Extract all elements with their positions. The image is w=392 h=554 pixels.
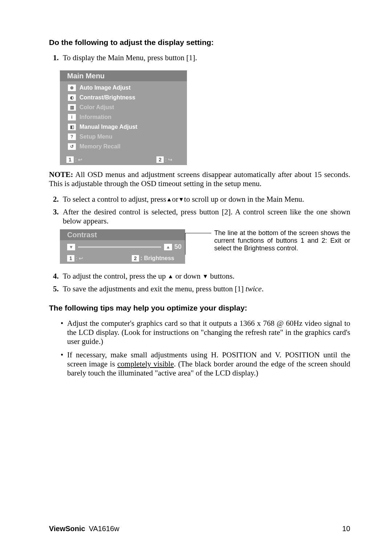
osd-item-manual-image-adjust: ◧ Manual Image Adjust [61,122,185,132]
footer-page-number: 10 [342,525,350,533]
step-5-twice: twice [246,284,262,293]
step-4-text-a: To adjust the control, press the up [63,272,168,280]
page-footer: ViewSonicVA1616w 10 [49,525,350,533]
key-2-label: : Brightness [140,255,174,262]
tip-1: Adjust the computer's graphics card so t… [61,319,350,346]
heading-tips: The following tips may help you optimize… [49,304,350,312]
note-label: NOTE: [49,170,73,179]
osd-main-title: Main Menu [60,70,187,81]
step-2-text-c: to scroll up or down in the Main Menu. [184,195,304,204]
osd-item-color-adjust: ▥ Color Adjust [61,102,185,112]
page: Do the following to adjust the display s… [0,0,392,554]
triangle-up-icon: ▲ [164,244,172,250]
osd-item-auto-image-adjust: ⊕ Auto Image Adjust [61,83,185,93]
slider-value: 50 [174,243,181,251]
key-2-icon: 2 [132,255,139,262]
osd-item-label: Information [79,114,111,120]
osd-item-label: Setup Menu [79,134,113,140]
callout-text: The line at the bottom of the screen sho… [214,229,350,252]
osd-contrast-footer: 1 : ↩ 2 : Brightness [60,254,185,264]
osd-item-label: Color Adjust [79,104,114,111]
step-2: To select a control to adjust, press▲or▼… [61,195,350,204]
step-3: After the desired control is selected, p… [61,208,350,226]
triangle-down-icon: ▼ [67,244,75,250]
exit-icon: : ↩ [75,157,82,163]
question-icon: ? [68,134,76,140]
key-1-icon: 1 [67,255,74,262]
tip-2-underline: completely visible [117,360,174,368]
osd-contrast-menu: Contrast ▼ ▲ 50 1 : ↩ 2 : Brightness [60,229,185,264]
step-4-text-b: or down [173,272,203,280]
step-2-text-a: To select a control to adjust, press [63,195,166,204]
osd-item-label: Auto Image Adjust [79,85,131,91]
osd-item-setup-menu: ? Setup Menu [61,132,185,141]
triangle-down-icon: ▼ [203,273,208,280]
note-paragraph: NOTE: All OSD menus and adjustment scree… [49,170,350,188]
triangle-up-icon: ▲ [166,196,172,203]
info-icon: i [68,114,76,120]
osd-item-contrast-brightness: ◐ Contrast/Brightness [61,93,185,102]
osd-item-label: Memory Recall [79,143,121,150]
brightness-icon: ◐ [68,94,76,101]
recall-icon: ↺ [68,143,76,150]
tip-2: If necessary, make small adjustments usi… [61,350,350,378]
triangle-down-icon: ▼ [178,196,184,203]
key-2-icon: 2 [156,156,164,163]
key-1-icon: 1 [66,156,74,163]
osd-main-menu: Main Menu ⊕ Auto Image Adjust ◐ Contrast… [60,70,350,165]
step-5: To save the adjustments and exit the men… [61,284,350,294]
osd-item-label: Manual Image Adjust [79,124,137,130]
enter-icon: : ↪ [165,157,172,163]
note-text: All OSD menus and adjustment screens dis… [49,170,350,188]
osd-item-information: i Information [61,112,185,122]
callout-content: The line at the bottom of the screen sho… [214,229,350,252]
osd-contrast-title: Contrast [60,229,185,240]
step-4-text-c: buttons. [208,272,234,280]
osd-item-label: Contrast/Brightness [79,94,135,101]
color-icon: ▥ [68,104,76,111]
crosshair-icon: ⊕ [68,85,76,91]
step-5-text-a: To save the adjustments and exit the men… [63,284,246,293]
footer-brand: ViewSonic [49,525,85,533]
step-2-text-b: or [172,195,179,204]
osd-footer: 1 : ↩ 2 : ↪ [60,155,187,165]
osd-item-memory-recall: ↺ Memory Recall [61,141,185,151]
osd-slider-row: ▼ ▲ 50 [60,240,185,254]
exit-icon: : ↩ [76,255,83,261]
step-5-text-c: . [262,284,264,293]
step-4: To adjust the control, press the up ▲ or… [61,272,350,281]
triangle-up-icon: ▲ [168,273,173,280]
heading-adjust: Do the following to adjust the display s… [49,38,350,47]
footer-model: VA1616w [89,525,119,533]
step-1: To display the Main Menu, press button [… [61,53,350,62]
slider-track [78,246,161,248]
manual-icon: ◧ [68,124,76,130]
